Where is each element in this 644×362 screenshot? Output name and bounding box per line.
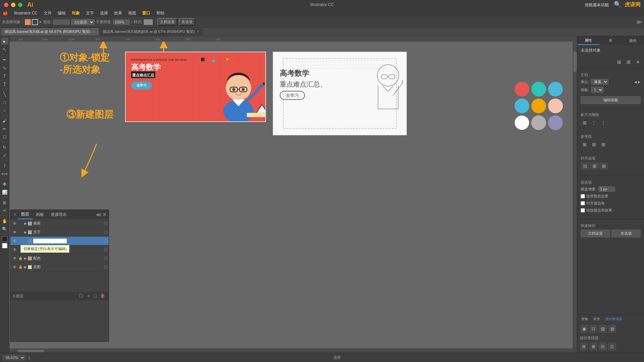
- align-center-btn[interactable]: ⊞: [590, 162, 599, 170]
- menu-file[interactable]: 文件: [41, 10, 54, 17]
- snap-bounds-checkbox[interactable]: [581, 194, 585, 198]
- swatch-white[interactable]: [515, 115, 529, 130]
- layer-eye-illustration[interactable]: 👁: [12, 221, 18, 227]
- tool-pen[interactable]: ✒: [1, 56, 8, 63]
- tool-rotate[interactable]: ↻: [1, 143, 8, 151]
- layer-new-icon[interactable]: ＋: [86, 293, 91, 299]
- menu-view[interactable]: 视图: [125, 10, 139, 17]
- stroke-color-box[interactable]: [32, 19, 38, 25]
- layer-delete-icon[interactable]: 🗑: [100, 293, 105, 299]
- layers-panel-close[interactable]: ✕: [13, 212, 16, 217]
- bottom-tab-transform[interactable]: 变换: [579, 316, 590, 322]
- panel-tab-color[interactable]: 颜色: [622, 36, 644, 45]
- layer-lock-colors2[interactable]: 🔒: [18, 256, 23, 261]
- edit-artboard-button[interactable]: 编辑画板: [581, 96, 641, 104]
- fill-color-indicator[interactable]: [2, 236, 7, 242]
- layers-tab-artboard[interactable]: 画板: [33, 210, 47, 219]
- layer-new-layer-icon[interactable]: □: [94, 293, 97, 299]
- bottom-scrollbar[interactable]: [9, 349, 577, 353]
- layer-expand-original[interactable]: ▶: [23, 265, 28, 269]
- align-right-btn[interactable]: ⊠: [599, 162, 608, 170]
- layer-expand-illustration[interactable]: ▶: [23, 221, 28, 226]
- keyboard-increment-input[interactable]: [598, 186, 615, 192]
- style-preview[interactable]: [144, 19, 153, 25]
- snap-effects-checkbox[interactable]: [581, 208, 585, 213]
- swatch-blue[interactable]: [548, 82, 563, 97]
- tool-artboard[interactable]: ⊞: [1, 199, 8, 206]
- ruler-icon-3[interactable]: ⋮: [599, 119, 607, 127]
- tab-copy-close[interactable]: ✕: [197, 30, 199, 34]
- guide-icon-2[interactable]: ⊞: [590, 140, 598, 148]
- maximize-button[interactable]: [18, 3, 22, 7]
- layer-make-mask-icon[interactable]: ⬡: [79, 293, 83, 299]
- layer-expand-colors2[interactable]: ▶: [23, 256, 28, 261]
- layer-row-illustration[interactable]: 👁 ▶ 插画: [10, 219, 109, 228]
- tool-touch-type[interactable]: Ṯ: [1, 80, 8, 87]
- pathfinder-icon-4[interactable]: ▨: [608, 325, 616, 333]
- panel-tab-properties[interactable]: 属性: [577, 36, 599, 45]
- layers-menu-icon[interactable]: ≡: [103, 212, 106, 218]
- layer-lock-original[interactable]: 🔒: [18, 264, 23, 270]
- tool-line[interactable]: ╲: [1, 90, 8, 98]
- layer-row-colors2[interactable]: 👁 🔒 ▶ 配色: [10, 254, 109, 263]
- bottom-tab-pathfinder[interactable]: 路径查找器: [603, 316, 624, 322]
- menu-illustratorcc[interactable]: Illustrator CC: [11, 10, 40, 16]
- tool-width[interactable]: ⟺: [1, 170, 8, 177]
- tool-direct-select[interactable]: ↖: [1, 46, 8, 53]
- swatch-red[interactable]: [515, 82, 529, 97]
- pathfinder2-icon-2[interactable]: ⊠: [589, 343, 597, 351]
- pathfinder-icon-1[interactable]: ▣: [580, 325, 588, 333]
- minimize-button[interactable]: [11, 3, 15, 7]
- points-select[interactable]: 3点圆形: [71, 19, 95, 25]
- tool-pencil[interactable]: ✏: [1, 125, 8, 132]
- expand-toolbar-icon[interactable]: ≫: [636, 19, 642, 25]
- opacity-input[interactable]: [113, 19, 130, 25]
- layer-lock-editing[interactable]: [18, 238, 23, 244]
- tool-scale[interactable]: ⤢: [1, 152, 8, 159]
- layer-lock-text[interactable]: [18, 230, 23, 235]
- quick-preferences-btn[interactable]: 首选项: [611, 230, 641, 237]
- layer-expand-text[interactable]: ▶: [23, 230, 28, 235]
- menu-window[interactable]: 窗口: [140, 10, 153, 17]
- tool-curvature[interactable]: ∿: [1, 64, 8, 71]
- menu-text[interactable]: 文字: [83, 10, 97, 17]
- tool-rect[interactable]: □: [1, 99, 8, 106]
- layer-eye-colors1[interactable]: 👁: [12, 247, 18, 253]
- swatch-salmon[interactable]: [548, 99, 563, 113]
- quick-doc-settings-btn[interactable]: 文档设置: [581, 230, 610, 237]
- layer-eye-editing[interactable]: 👁: [12, 238, 18, 244]
- ruler-icon-2[interactable]: ⋮: [590, 119, 598, 127]
- menu-select[interactable]: 选择: [97, 10, 111, 17]
- layer-row-editing[interactable]: 👁 切换锁定(空白表示可编辑): [10, 237, 109, 245]
- swatch-cyan[interactable]: [515, 99, 529, 113]
- layer-name-input[interactable]: [33, 239, 67, 243]
- swatch-teal[interactable]: [531, 82, 546, 97]
- pathfinder2-icon-4[interactable]: ⊡: [608, 343, 616, 351]
- layer-row-text[interactable]: 👁 ▶ 文字: [10, 228, 109, 237]
- menu-effects[interactable]: 效果: [111, 10, 125, 17]
- layer-eye-colors2[interactable]: 👁: [12, 255, 18, 261]
- zoom-select[interactable]: 66.67%: [3, 355, 25, 361]
- align-left-btn[interactable]: ⊟: [581, 162, 589, 170]
- layer-expand-editing[interactable]: [23, 239, 28, 243]
- pathfinder2-icon-3[interactable]: ⊟: [599, 343, 607, 351]
- close-button[interactable]: [4, 3, 8, 7]
- layer-row-original[interactable]: 👁 🔒 ▶ 原图: [10, 263, 109, 272]
- tab-main[interactable]: 插边风-banner演示稿.ai @ 66.67% (RGB/GPU 预览) ✕: [1, 28, 99, 36]
- guide-icon-3[interactable]: ⊞: [599, 140, 607, 148]
- swatch-gray[interactable]: [531, 115, 546, 130]
- menu-edit[interactable]: 编辑: [55, 10, 68, 17]
- layers-collapse-icon[interactable]: ≪: [96, 212, 102, 218]
- panel-icon-2[interactable]: ⊞: [625, 58, 633, 66]
- tool-hand[interactable]: ✋: [1, 217, 8, 225]
- tab-main-close[interactable]: ✕: [93, 30, 95, 34]
- pathfinder-icon-3[interactable]: ▧: [599, 325, 607, 333]
- layer-lock-illustration[interactable]: [18, 221, 23, 226]
- menu-object[interactable]: 对象: [69, 10, 83, 17]
- tool-graph[interactable]: 📊: [1, 188, 8, 196]
- layers-tab-layers[interactable]: 图层: [18, 210, 33, 219]
- doc-settings-button[interactable]: 文档设置: [157, 18, 177, 26]
- preferences-button[interactable]: 首选项: [179, 18, 195, 26]
- panel-icon-3[interactable]: ✕: [634, 58, 642, 66]
- tool-slice[interactable]: ✂: [1, 207, 8, 214]
